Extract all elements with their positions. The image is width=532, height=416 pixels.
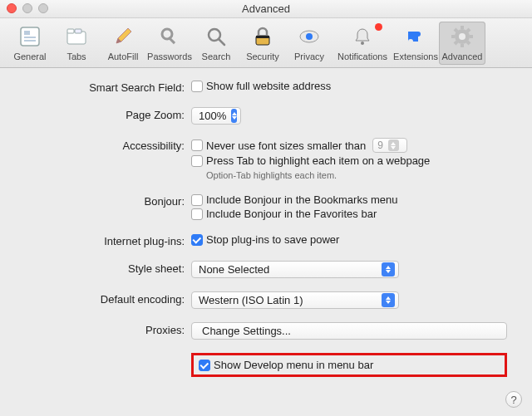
general-icon [17, 23, 43, 50]
svg-rect-3 [24, 40, 36, 42]
bell-icon [349, 23, 376, 50]
svg-rect-1 [24, 31, 30, 35]
svg-line-25 [467, 29, 470, 32]
tabs-icon [63, 23, 90, 50]
smart-search-label: Smart Search Field: [25, 80, 191, 94]
puzzle-icon [402, 23, 429, 50]
develop-highlight: Show Develop menu in menu bar [191, 353, 507, 377]
toolbar-item-notifications[interactable]: Notifications [332, 22, 392, 65]
page-zoom-label: Page Zoom: [25, 107, 191, 121]
svg-line-23 [467, 42, 470, 44]
stepper-icon [382, 262, 395, 277]
bonjour-favorites-label: Include Bonjour in the Favorites bar [206, 208, 377, 220]
svg-line-24 [455, 42, 457, 44]
privacy-icon [296, 23, 323, 50]
window-titlebar: Advanced [0, 0, 532, 18]
accessibility-label: Accessibility: [25, 138, 191, 152]
toolbar-label: Privacy [294, 51, 324, 61]
svg-point-14 [306, 33, 313, 40]
stop-plugins-checkbox[interactable] [191, 234, 203, 246]
toolbar-item-advanced[interactable]: Advanced [439, 22, 485, 65]
toolbar-label: Passwords [147, 51, 192, 61]
toolbar-label: AutoFill [108, 51, 139, 61]
window-title: Advanced [242, 2, 290, 15]
stylesheet-select[interactable]: None Selected [191, 261, 399, 278]
toolbar-item-search[interactable]: Search [193, 22, 239, 65]
toolbar-item-security[interactable]: Security [239, 22, 286, 65]
toolbar-label: Search [202, 51, 231, 61]
plugins-label: Internet plug-ins: [25, 233, 191, 247]
bonjour-bookmarks-checkbox[interactable] [191, 194, 203, 206]
toolbar-label: Advanced [442, 51, 483, 61]
press-tab-checkbox[interactable] [191, 155, 203, 167]
stepper-icon [388, 139, 399, 151]
stepper-icon [382, 293, 395, 307]
svg-rect-2 [24, 37, 36, 38]
key-icon [156, 23, 183, 50]
encoding-label: Default encoding: [25, 291, 191, 306]
toolbar-item-passwords[interactable]: Passwords [146, 22, 193, 65]
help-button[interactable]: ? [505, 391, 522, 408]
zoom-icon [38, 3, 48, 13]
change-settings-button[interactable]: Change Settings... [191, 322, 507, 340]
show-develop-checkbox[interactable] [199, 360, 210, 371]
toolbar-label: Notifications [337, 51, 387, 61]
min-font-select[interactable]: 9 [372, 138, 407, 153]
stop-plugins-label: Stop plug-ins to save power [206, 233, 339, 246]
page-zoom-select[interactable]: 100% [191, 107, 241, 125]
min-font-value: 9 [377, 139, 383, 151]
show-full-address-label: Show full website address [206, 80, 331, 92]
search-icon [203, 23, 229, 50]
min-font-label: Never use font sizes smaller than [206, 139, 366, 152]
svg-line-10 [219, 39, 224, 45]
gear-icon [449, 23, 475, 50]
encoding-select[interactable]: Western (ISO Latin 1) [191, 291, 399, 309]
show-full-address-checkbox[interactable] [191, 81, 203, 92]
stylesheet-value: None Selected [199, 263, 269, 276]
svg-rect-6 [75, 29, 81, 33]
toolbar-item-tabs[interactable]: Tabs [53, 22, 100, 65]
notification-badge-icon [375, 23, 382, 31]
bonjour-label: Bonjour: [25, 193, 191, 208]
show-develop-label: Show Develop menu in menu bar [214, 359, 373, 371]
toolbar-label: General [13, 51, 46, 61]
encoding-value: Western (ISO Latin 1) [199, 294, 303, 306]
pencil-icon [110, 23, 136, 50]
svg-rect-12 [256, 36, 269, 38]
toolbar-item-privacy[interactable]: Privacy [286, 22, 332, 65]
stepper-icon [231, 109, 237, 123]
lock-icon [249, 23, 276, 50]
stylesheet-label: Style sheet: [25, 261, 191, 275]
page-zoom-value: 100% [199, 110, 226, 122]
svg-rect-5 [67, 29, 74, 33]
toolbar-item-extensions[interactable]: Extensions [392, 22, 439, 65]
press-tab-label: Press Tab to highlight each item on a we… [206, 154, 430, 167]
toolbar-label: Extensions [393, 51, 438, 61]
bonjour-favorites-checkbox[interactable] [191, 208, 203, 220]
toolbar-item-general[interactable]: General [7, 22, 53, 65]
svg-point-15 [361, 42, 364, 45]
close-icon[interactable] [7, 3, 17, 13]
toolbar-label: Tabs [66, 51, 86, 61]
change-settings-label: Change Settings... [202, 325, 291, 337]
preferences-toolbar: General Tabs AutoFill Passwords Search S… [0, 18, 532, 68]
preferences-content: Smart Search Field: Show full website ad… [0, 68, 532, 385]
accessibility-hint: Option-Tab highlights each item. [206, 170, 507, 180]
minimize-icon [22, 3, 32, 13]
toolbar-item-autofill[interactable]: AutoFill [100, 22, 146, 65]
window-traffic-lights [7, 3, 48, 13]
svg-point-17 [459, 33, 466, 40]
bonjour-bookmarks-label: Include Bonjour in the Bookmarks menu [206, 193, 398, 206]
proxies-label: Proxies: [25, 322, 191, 336]
toolbar-label: Security [246, 51, 279, 61]
help-icon: ? [510, 394, 516, 406]
min-font-checkbox[interactable] [191, 139, 203, 151]
svg-line-22 [455, 29, 457, 32]
